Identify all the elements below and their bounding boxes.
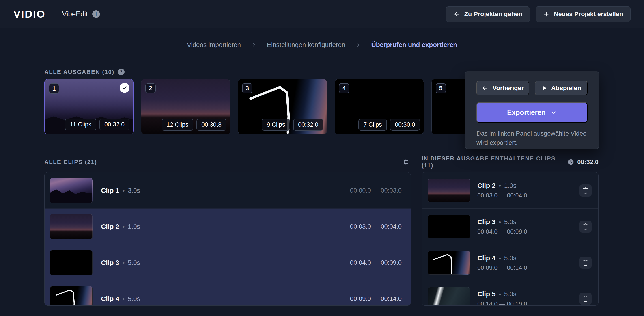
clip-name: Clip 2: [101, 223, 120, 230]
play-label: Abspielen: [551, 85, 581, 92]
vibeedit-app: VIDIO VibeEdit i Zu Projekten gehen Neue…: [0, 0, 644, 316]
arrow-left-icon: [482, 85, 488, 91]
clip-info: Clip 4 • 5.0s 00:09.0 — 00:14.0: [477, 254, 527, 271]
included-clip-row-clip5[interactable]: Clip 5 • 5.0s 00:14.0 — 00:19.0: [422, 280, 598, 306]
output-number-badge: 3: [242, 83, 252, 94]
clip-duration: 5.0s: [128, 295, 140, 302]
bullet-separator: •: [122, 187, 125, 194]
plus-icon: [543, 11, 550, 18]
output-number-badge: 1: [49, 83, 59, 94]
clip-count-badge: 7 Clips: [358, 119, 387, 131]
clip-time-range: 00:09.0 — 00:14.0: [350, 295, 402, 302]
bullet-separator: •: [122, 295, 125, 302]
duration-badge: 00:30.0: [390, 119, 420, 131]
play-icon: [542, 85, 547, 91]
output-card-3[interactable]: 3 9 Clips 00:32.0: [238, 79, 327, 134]
clip-time-range: 00:04.0 — 00:09.0: [477, 228, 527, 235]
clip-title-line: Clip 2 • 1.0s: [101, 223, 140, 230]
all-clips-row-clip2[interactable]: Clip 2 • 1.0s 00:03.0 — 00:04.0: [44, 208, 410, 244]
output-card-4[interactable]: 4 7 Clips 00:30.0: [335, 79, 424, 134]
arrow-left-icon: [454, 11, 460, 18]
clip-title-line: Clip 4 • 5.0s: [101, 295, 140, 302]
bullet-separator: •: [499, 255, 501, 262]
bullet-separator: •: [499, 218, 501, 226]
step-configure-settings[interactable]: Einstellungen konfigurieren: [267, 41, 345, 49]
step-review-export[interactable]: Überprüfen und exportieren: [371, 41, 457, 49]
step-import-videos[interactable]: Videos importieren: [187, 41, 241, 49]
clip-thumbnail: [50, 178, 92, 203]
clip-name: Clip 3: [477, 218, 496, 226]
export-panel-buttons: Vorheriger Abspielen: [476, 81, 588, 96]
total-duration: 00:32.0: [568, 158, 598, 166]
clip-title-line: Clip 2 • 1.0s: [477, 182, 527, 189]
vidio-logo: VIDIO: [14, 8, 46, 20]
included-clip-row-clip3[interactable]: Clip 3 • 5.0s 00:04.0 — 00:09.0: [422, 208, 598, 244]
go-to-projects-button[interactable]: Zu Projekten gehen: [446, 7, 530, 22]
included-clip-row-clip4[interactable]: Clip 4 • 5.0s 00:09.0 — 00:14.0: [422, 244, 598, 280]
clip-thumbnail: [428, 287, 470, 306]
export-button[interactable]: Exportieren: [476, 102, 588, 123]
output-card-2[interactable]: 2 12 Clips 00:30.8: [141, 79, 230, 134]
output-number-badge: 5: [436, 83, 446, 94]
breadcrumb: Videos importieren Einstellungen konfigu…: [0, 38, 644, 52]
output-card-1[interactable]: 1 11 Clips 00:32.0: [44, 79, 134, 134]
clip-info: Clip 5 • 5.0s 00:14.0 — 00:19.0: [477, 290, 527, 306]
clip-thumbnail: [428, 179, 470, 202]
bullet-separator: •: [122, 223, 125, 230]
output-number-badge: 4: [339, 83, 349, 94]
all-outputs-title: ALLE AUSGABEN (10): [44, 69, 114, 76]
bullet-separator: •: [499, 291, 501, 298]
clip-duration: 5.0s: [128, 259, 140, 266]
clip-thumbnail: [50, 214, 92, 239]
included-clips-list: Clip 2 • 1.0s 00:03.0 — 00:04.0 Clip 3 •…: [422, 172, 598, 306]
clip-thumbnail: [50, 286, 92, 306]
delete-clip-button[interactable]: [580, 257, 592, 269]
check-icon: [120, 83, 130, 93]
info-icon[interactable]: i: [92, 10, 100, 18]
all-clips-list: Clip 1 • 3.0s 00:00.0 — 00:03.0 Clip 2 •…: [44, 172, 411, 306]
output-card-badges: 12 Clips 00:30.8: [162, 119, 226, 131]
clip-info: Clip 2 • 1.0s 00:03.0 — 00:04.0: [477, 182, 527, 199]
total-duration-value: 00:32.0: [577, 158, 598, 166]
all-clips-row-clip4[interactable]: Clip 4 • 5.0s 00:09.0 — 00:14.0: [44, 280, 410, 306]
clip-count-badge: 12 Clips: [162, 119, 193, 131]
new-project-button[interactable]: Neues Projekt erstellen: [536, 7, 630, 22]
all-outputs-header: ALLE AUSGABEN (10) ?: [44, 67, 124, 77]
clip-count-badge: 11 Clips: [65, 119, 96, 130]
clip-title-line: Clip 3 • 5.0s: [477, 218, 527, 226]
logo-divider: [54, 9, 54, 19]
duration-badge: 00:30.8: [196, 119, 226, 131]
export-label: Exportieren: [507, 109, 546, 117]
new-project-label: Neues Projekt erstellen: [554, 11, 623, 18]
delete-clip-button[interactable]: [580, 220, 592, 233]
previous-label: Vorheriger: [492, 85, 524, 92]
clip-time-range: 00:04.0 — 00:09.0: [350, 259, 402, 266]
clip-duration: 3.0s: [128, 187, 140, 194]
clip-duration: 1.0s: [504, 182, 516, 189]
clip-name: Clip 2: [477, 182, 496, 189]
included-clips-header: IN DIESER AUSGABE ENTHALTENE CLIPS (11) …: [422, 157, 598, 167]
included-clips-title: IN DIESER AUSGABE ENTHALTENE CLIPS (11): [422, 155, 568, 169]
go-to-projects-label: Zu Projekten gehen: [464, 11, 522, 18]
clip-time-range: 00:00.0 — 00:03.0: [350, 187, 402, 194]
delete-clip-button[interactable]: [580, 184, 592, 197]
top-bar: VIDIO VibeEdit i Zu Projekten gehen Neue…: [0, 0, 644, 29]
play-button[interactable]: Abspielen: [535, 81, 588, 96]
gear-icon[interactable]: [401, 157, 411, 167]
all-clips-header: ALLE CLIPS (21): [44, 157, 411, 167]
clip-title-line: Clip 3 • 5.0s: [101, 259, 140, 266]
previous-button[interactable]: Vorheriger: [476, 81, 529, 96]
duration-badge: 00:32.0: [100, 119, 130, 130]
clip-name: Clip 3: [101, 259, 120, 266]
delete-clip-button[interactable]: [580, 293, 592, 305]
output-number-badge: 2: [146, 83, 156, 94]
clip-time-range: 00:09.0 — 00:14.0: [477, 264, 527, 271]
clock-icon: [568, 159, 574, 165]
included-clip-row-clip2[interactable]: Clip 2 • 1.0s 00:03.0 — 00:04.0: [422, 172, 598, 208]
all-clips-row-clip3[interactable]: Clip 3 • 5.0s 00:04.0 — 00:09.0: [44, 244, 410, 280]
app-title: VibeEdit: [62, 10, 88, 18]
clip-duration: 5.0s: [504, 254, 516, 262]
help-icon[interactable]: ?: [118, 69, 124, 75]
clip-name: Clip 1: [101, 187, 120, 194]
all-clips-row-clip1[interactable]: Clip 1 • 3.0s 00:00.0 — 00:03.0: [44, 172, 410, 208]
